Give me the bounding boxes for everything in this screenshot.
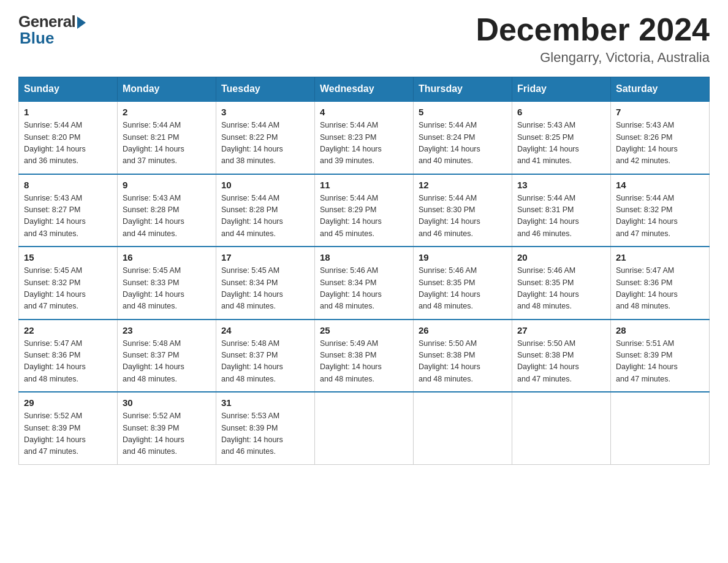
day-number: 9 xyxy=(123,180,211,190)
day-number: 21 xyxy=(616,252,704,262)
calendar-cell: 14Sunrise: 5:44 AMSunset: 8:32 PMDayligh… xyxy=(611,174,710,247)
calendar-cell: 24Sunrise: 5:48 AMSunset: 8:37 PMDayligh… xyxy=(216,320,315,393)
calendar-cell: 10Sunrise: 5:44 AMSunset: 8:28 PMDayligh… xyxy=(216,174,315,247)
day-number: 24 xyxy=(221,325,309,335)
calendar-cell: 13Sunrise: 5:44 AMSunset: 8:31 PMDayligh… xyxy=(512,174,611,247)
calendar-cell: 8Sunrise: 5:43 AMSunset: 8:27 PMDaylight… xyxy=(19,174,118,247)
day-number: 27 xyxy=(517,325,605,335)
day-info: Sunrise: 5:45 AMSunset: 8:33 PMDaylight:… xyxy=(123,265,211,313)
header-tuesday: Tuesday xyxy=(216,77,315,102)
calendar-table: SundayMondayTuesdayWednesdayThursdayFrid… xyxy=(18,77,710,465)
day-info: Sunrise: 5:50 AMSunset: 8:38 PMDaylight:… xyxy=(419,338,507,386)
week-row-2: 8Sunrise: 5:43 AMSunset: 8:27 PMDaylight… xyxy=(19,174,710,247)
calendar-cell: 16Sunrise: 5:45 AMSunset: 8:33 PMDayligh… xyxy=(118,247,216,320)
calendar-cell: 30Sunrise: 5:52 AMSunset: 8:39 PMDayligh… xyxy=(118,392,216,464)
day-info: Sunrise: 5:46 AMSunset: 8:34 PMDaylight:… xyxy=(320,265,408,313)
day-info: Sunrise: 5:47 AMSunset: 8:36 PMDaylight:… xyxy=(24,338,112,386)
calendar-cell: 3Sunrise: 5:44 AMSunset: 8:22 PMDaylight… xyxy=(216,101,315,174)
day-info: Sunrise: 5:49 AMSunset: 8:38 PMDaylight:… xyxy=(320,338,408,386)
calendar-cell xyxy=(611,392,710,464)
calendar-cell: 20Sunrise: 5:46 AMSunset: 8:35 PMDayligh… xyxy=(512,247,611,320)
day-info: Sunrise: 5:44 AMSunset: 8:24 PMDaylight:… xyxy=(419,120,507,167)
day-number: 14 xyxy=(616,180,704,190)
day-number: 17 xyxy=(221,252,309,262)
day-info: Sunrise: 5:52 AMSunset: 8:39 PMDaylight:… xyxy=(123,410,211,458)
day-number: 3 xyxy=(221,107,309,117)
day-number: 18 xyxy=(320,252,408,262)
logo-arrow-icon xyxy=(77,17,86,29)
week-row-3: 15Sunrise: 5:45 AMSunset: 8:32 PMDayligh… xyxy=(19,247,710,320)
day-number: 30 xyxy=(123,397,211,408)
calendar-cell xyxy=(414,392,512,464)
calendar-cell: 31Sunrise: 5:53 AMSunset: 8:39 PMDayligh… xyxy=(216,392,315,464)
header-thursday: Thursday xyxy=(414,77,512,102)
day-info: Sunrise: 5:44 AMSunset: 8:21 PMDaylight:… xyxy=(123,120,211,167)
week-row-1: 1Sunrise: 5:44 AMSunset: 8:20 PMDaylight… xyxy=(19,101,710,174)
day-info: Sunrise: 5:43 AMSunset: 8:25 PMDaylight:… xyxy=(517,120,605,167)
header-monday: Monday xyxy=(118,77,216,102)
day-info: Sunrise: 5:43 AMSunset: 8:26 PMDaylight:… xyxy=(616,120,704,167)
calendar-cell: 4Sunrise: 5:44 AMSunset: 8:23 PMDaylight… xyxy=(315,101,414,174)
calendar-cell: 11Sunrise: 5:44 AMSunset: 8:29 PMDayligh… xyxy=(315,174,414,247)
calendar-cell: 2Sunrise: 5:44 AMSunset: 8:21 PMDaylight… xyxy=(118,101,216,174)
day-number: 1 xyxy=(24,107,112,117)
calendar-cell: 1Sunrise: 5:44 AMSunset: 8:20 PMDaylight… xyxy=(19,101,118,174)
day-info: Sunrise: 5:45 AMSunset: 8:34 PMDaylight:… xyxy=(221,265,309,313)
calendar-cell: 19Sunrise: 5:46 AMSunset: 8:35 PMDayligh… xyxy=(414,247,512,320)
day-number: 19 xyxy=(419,252,507,262)
calendar-cell: 17Sunrise: 5:45 AMSunset: 8:34 PMDayligh… xyxy=(216,247,315,320)
day-number: 31 xyxy=(221,397,309,408)
day-info: Sunrise: 5:45 AMSunset: 8:32 PMDaylight:… xyxy=(24,265,112,313)
calendar-cell: 12Sunrise: 5:44 AMSunset: 8:30 PMDayligh… xyxy=(414,174,512,247)
header-saturday: Saturday xyxy=(611,77,710,102)
day-info: Sunrise: 5:52 AMSunset: 8:39 PMDaylight:… xyxy=(24,410,112,458)
day-number: 5 xyxy=(419,107,507,117)
calendar-cell: 28Sunrise: 5:51 AMSunset: 8:39 PMDayligh… xyxy=(611,320,710,393)
calendar-cell: 15Sunrise: 5:45 AMSunset: 8:32 PMDayligh… xyxy=(19,247,118,320)
day-number: 28 xyxy=(616,325,704,335)
day-info: Sunrise: 5:44 AMSunset: 8:23 PMDaylight:… xyxy=(320,120,408,167)
day-info: Sunrise: 5:44 AMSunset: 8:30 PMDaylight:… xyxy=(419,193,507,240)
month-title: December 2024 xyxy=(476,12,710,47)
day-info: Sunrise: 5:50 AMSunset: 8:38 PMDaylight:… xyxy=(517,338,605,386)
day-number: 29 xyxy=(24,397,112,408)
day-number: 4 xyxy=(320,107,408,117)
day-info: Sunrise: 5:44 AMSunset: 8:29 PMDaylight:… xyxy=(320,193,408,240)
day-info: Sunrise: 5:46 AMSunset: 8:35 PMDaylight:… xyxy=(419,265,507,313)
calendar-cell: 7Sunrise: 5:43 AMSunset: 8:26 PMDaylight… xyxy=(611,101,710,174)
calendar-cell: 18Sunrise: 5:46 AMSunset: 8:34 PMDayligh… xyxy=(315,247,414,320)
header-wednesday: Wednesday xyxy=(315,77,414,102)
day-info: Sunrise: 5:47 AMSunset: 8:36 PMDaylight:… xyxy=(616,265,704,313)
day-info: Sunrise: 5:51 AMSunset: 8:39 PMDaylight:… xyxy=(616,338,704,386)
day-number: 8 xyxy=(24,180,112,190)
calendar-cell xyxy=(315,392,414,464)
day-number: 7 xyxy=(616,107,704,117)
week-row-5: 29Sunrise: 5:52 AMSunset: 8:39 PMDayligh… xyxy=(19,392,710,464)
calendar-header-row: SundayMondayTuesdayWednesdayThursdayFrid… xyxy=(19,77,710,102)
day-number: 2 xyxy=(123,107,211,117)
calendar-cell xyxy=(512,392,611,464)
calendar-cell: 23Sunrise: 5:48 AMSunset: 8:37 PMDayligh… xyxy=(118,320,216,393)
day-info: Sunrise: 5:53 AMSunset: 8:39 PMDaylight:… xyxy=(221,410,309,458)
page-header: General Blue December 2024 Glengarry, Vi… xyxy=(18,12,710,66)
day-info: Sunrise: 5:48 AMSunset: 8:37 PMDaylight:… xyxy=(221,338,309,386)
day-number: 11 xyxy=(320,180,408,190)
title-section: December 2024 Glengarry, Victoria, Austr… xyxy=(476,12,710,66)
day-number: 16 xyxy=(123,252,211,262)
calendar-cell: 27Sunrise: 5:50 AMSunset: 8:38 PMDayligh… xyxy=(512,320,611,393)
day-number: 12 xyxy=(419,180,507,190)
header-sunday: Sunday xyxy=(19,77,118,102)
calendar-cell: 25Sunrise: 5:49 AMSunset: 8:38 PMDayligh… xyxy=(315,320,414,393)
calendar-cell: 22Sunrise: 5:47 AMSunset: 8:36 PMDayligh… xyxy=(19,320,118,393)
day-info: Sunrise: 5:44 AMSunset: 8:31 PMDaylight:… xyxy=(517,193,605,240)
calendar-cell: 5Sunrise: 5:44 AMSunset: 8:24 PMDaylight… xyxy=(414,101,512,174)
day-info: Sunrise: 5:43 AMSunset: 8:28 PMDaylight:… xyxy=(123,193,211,240)
day-info: Sunrise: 5:46 AMSunset: 8:35 PMDaylight:… xyxy=(517,265,605,313)
logo: General Blue xyxy=(18,12,86,48)
day-number: 10 xyxy=(221,180,309,190)
day-number: 6 xyxy=(517,107,605,117)
calendar-cell: 21Sunrise: 5:47 AMSunset: 8:36 PMDayligh… xyxy=(611,247,710,320)
day-number: 15 xyxy=(24,252,112,262)
day-number: 25 xyxy=(320,325,408,335)
day-number: 13 xyxy=(517,180,605,190)
